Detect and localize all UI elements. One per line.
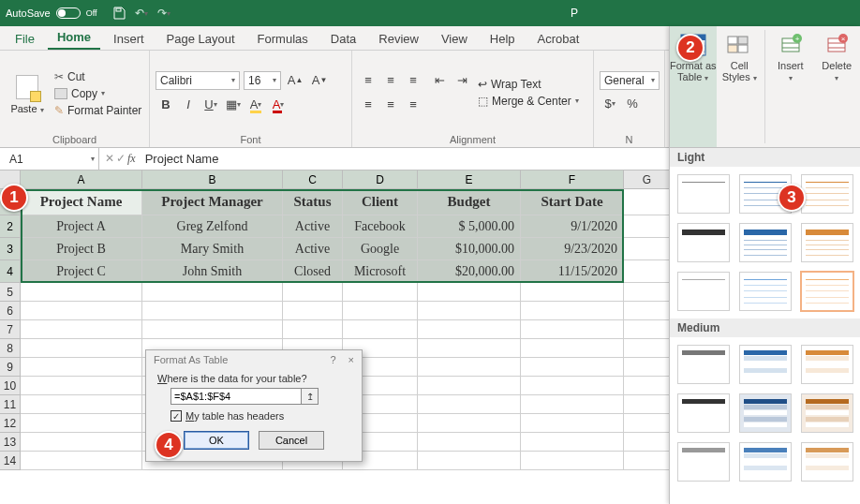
table-style-medium-9[interactable] bbox=[801, 442, 853, 482]
cell-B5[interactable] bbox=[142, 283, 283, 302]
tab-view[interactable]: View bbox=[432, 28, 477, 50]
cell-F13[interactable] bbox=[521, 433, 624, 452]
cell-B6[interactable] bbox=[142, 302, 283, 320]
cell-F4[interactable]: 11/15/2020 bbox=[521, 260, 624, 283]
cell-C7[interactable] bbox=[283, 320, 343, 339]
underline-button[interactable]: U ▾ bbox=[200, 95, 221, 115]
close-button[interactable]: × bbox=[348, 354, 354, 365]
font-color-button[interactable]: A▾ bbox=[268, 95, 289, 115]
align-center-icon[interactable]: ≡ bbox=[380, 95, 401, 115]
tab-acrobat[interactable]: Acrobat bbox=[528, 28, 589, 50]
cell-E9[interactable] bbox=[418, 358, 521, 377]
cell-A9[interactable] bbox=[21, 358, 142, 377]
cell-G7[interactable] bbox=[624, 320, 671, 339]
tab-page-layout[interactable]: Page Layout bbox=[157, 28, 245, 50]
cell-B3[interactable]: Mary Smith bbox=[142, 238, 283, 260]
delete-cells-button[interactable]: × Delete▾ bbox=[813, 26, 860, 147]
row-header-12[interactable]: 12 bbox=[0, 414, 21, 433]
borders-button[interactable]: ▦ ▾ bbox=[223, 95, 244, 115]
col-header-A[interactable]: A bbox=[21, 170, 142, 189]
table-style-light-9[interactable] bbox=[801, 272, 853, 311]
tab-file[interactable]: File bbox=[6, 28, 44, 50]
fx-icon[interactable]: fx bbox=[127, 152, 136, 166]
font-name-select[interactable]: Calibri▾ bbox=[156, 71, 240, 90]
row-header-14[interactable]: 14 bbox=[0, 452, 21, 470]
cell-E8[interactable] bbox=[418, 339, 521, 358]
row-header-10[interactable]: 10 bbox=[0, 377, 21, 395]
cancel-formula-icon[interactable]: ✕ bbox=[105, 152, 114, 166]
undo-icon[interactable]: ↶▾ bbox=[133, 5, 150, 22]
cell-G12[interactable] bbox=[624, 414, 671, 433]
table-style-medium-7[interactable] bbox=[677, 442, 730, 482]
table-style-medium-4[interactable] bbox=[677, 393, 730, 433]
row-header-9[interactable]: 9 bbox=[0, 358, 21, 377]
cell-F7[interactable] bbox=[521, 320, 624, 339]
cell-C6[interactable] bbox=[283, 302, 343, 320]
italic-button[interactable]: I bbox=[178, 95, 199, 115]
cell-D2[interactable]: Facebook bbox=[343, 215, 418, 238]
fill-color-button[interactable]: A▾ bbox=[245, 95, 266, 115]
cell-G6[interactable] bbox=[624, 302, 671, 320]
cell-G10[interactable] bbox=[624, 377, 671, 395]
percent-button[interactable]: % bbox=[622, 94, 643, 114]
cell-D3[interactable]: Google bbox=[343, 238, 418, 260]
cell-E4[interactable]: $20,000.00 bbox=[418, 260, 521, 283]
cell-A2[interactable]: Project A bbox=[21, 215, 142, 238]
decrease-font-icon[interactable]: A▼ bbox=[309, 70, 330, 91]
cell-C5[interactable] bbox=[283, 283, 343, 302]
cell-F1[interactable]: Start Date bbox=[521, 189, 624, 215]
copy-button[interactable]: Copy ▾ bbox=[54, 87, 141, 100]
cell-F2[interactable]: 9/1/2020 bbox=[521, 215, 624, 238]
align-left-icon[interactable]: ≡ bbox=[358, 95, 378, 115]
currency-button[interactable]: $▾ bbox=[600, 94, 620, 114]
cell-E1[interactable]: Budget bbox=[418, 189, 521, 215]
cell-A13[interactable] bbox=[21, 433, 142, 452]
ok-button[interactable]: OK bbox=[184, 431, 249, 450]
align-right-icon[interactable]: ≡ bbox=[403, 95, 423, 115]
cell-G8[interactable] bbox=[624, 339, 671, 358]
cell-F3[interactable]: 9/23/2020 bbox=[521, 238, 624, 260]
cell-E11[interactable] bbox=[418, 395, 521, 414]
enter-formula-icon[interactable]: ✓ bbox=[116, 152, 126, 166]
cell-A5[interactable] bbox=[21, 283, 142, 302]
cell-E13[interactable] bbox=[418, 433, 521, 452]
cell-A8[interactable] bbox=[21, 339, 142, 358]
cell-E6[interactable] bbox=[418, 302, 521, 320]
increase-font-icon[interactable]: A▲ bbox=[285, 70, 305, 91]
headers-checkbox[interactable]: ✓ My table has headers bbox=[171, 410, 350, 422]
cell-G1[interactable] bbox=[624, 189, 671, 215]
cell-D5[interactable] bbox=[343, 283, 418, 302]
cell-C4[interactable]: Closed bbox=[283, 260, 343, 283]
cell-D1[interactable]: Client bbox=[343, 189, 418, 215]
autosave-toggle[interactable]: AutoSave Off bbox=[6, 7, 97, 19]
range-input[interactable] bbox=[171, 388, 302, 405]
bold-button[interactable]: B bbox=[156, 95, 176, 115]
cell-B4[interactable]: John Smith bbox=[142, 260, 283, 283]
cell-F12[interactable] bbox=[521, 414, 624, 433]
cell-G2[interactable] bbox=[624, 215, 671, 238]
cell-C1[interactable]: Status bbox=[283, 189, 343, 215]
table-style-light-4[interactable] bbox=[677, 223, 730, 262]
row-header-8[interactable]: 8 bbox=[0, 339, 21, 358]
table-style-light-5[interactable] bbox=[739, 223, 792, 262]
cell-A11[interactable] bbox=[21, 395, 142, 414]
number-format-select[interactable]: General▾ bbox=[600, 71, 660, 90]
tab-review[interactable]: Review bbox=[369, 28, 428, 50]
cell-E2[interactable]: $ 5,000.00 bbox=[418, 215, 521, 238]
table-style-light-3[interactable] bbox=[801, 174, 853, 214]
cell-F14[interactable] bbox=[521, 452, 624, 470]
cell-E12[interactable] bbox=[418, 414, 521, 433]
table-style-medium-5[interactable] bbox=[739, 393, 792, 433]
cell-C2[interactable]: Active bbox=[283, 215, 343, 238]
tab-help[interactable]: Help bbox=[481, 28, 525, 50]
table-style-medium-6[interactable] bbox=[801, 393, 853, 433]
merge-center-button[interactable]: ⬚ Merge & Center ▾ bbox=[478, 95, 579, 108]
cut-button[interactable]: ✂ Cut bbox=[54, 70, 141, 83]
row-header-11[interactable]: 11 bbox=[0, 395, 21, 414]
font-size-select[interactable]: 16▾ bbox=[244, 71, 281, 90]
table-style-light-6[interactable] bbox=[801, 223, 853, 262]
cell-G14[interactable] bbox=[624, 452, 671, 470]
format-painter-button[interactable]: ✎ Format Painter bbox=[54, 104, 141, 117]
decrease-indent-icon[interactable]: ⇤ bbox=[429, 70, 450, 91]
cell-F6[interactable] bbox=[521, 302, 624, 320]
